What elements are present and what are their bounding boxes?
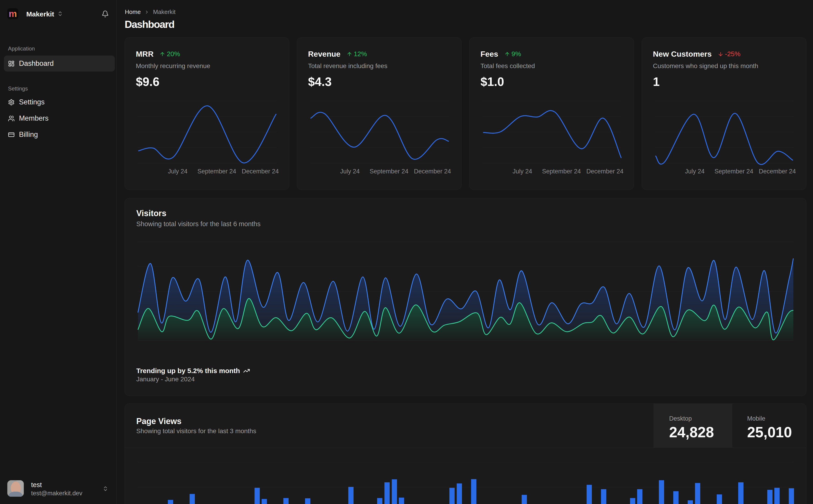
svg-text:m: m (9, 9, 17, 19)
